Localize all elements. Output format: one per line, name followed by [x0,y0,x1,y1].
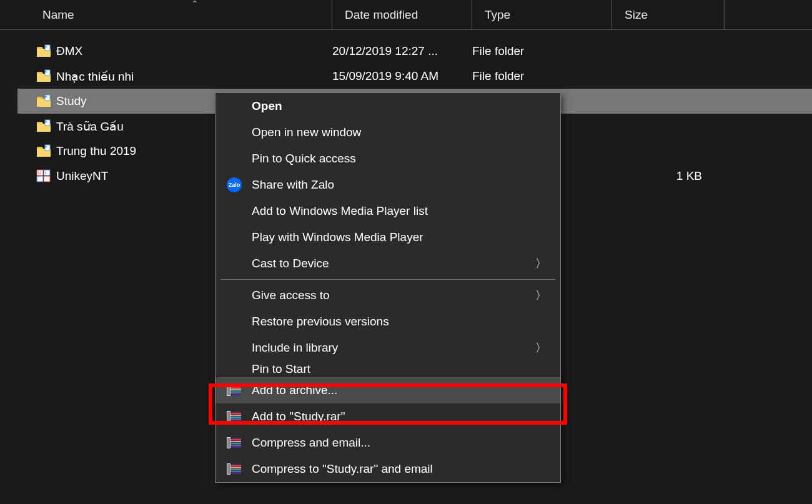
menu-add-to-study-rar[interactable]: Add to "Study.rar" [215,403,560,430]
menu-cast-to-device[interactable]: Cast to Device 〉 [215,250,560,277]
svg-text:U: U [38,170,41,175]
file-name: Nhạc thiếu nhi [56,69,134,84]
context-menu: Open Open in new window Pin to Quick acc… [215,92,561,483]
column-header-date-label: Date modified [345,8,418,22]
submenu-arrow-icon: 〉 [535,288,547,303]
svg-rect-12 [37,176,43,182]
menu-include-library[interactable]: Include in library 〉 [215,335,560,361]
menu-pin-start[interactable]: Pin to Start [215,361,560,377]
file-explorer: Name ⌃ Date modified Type Size ĐMX 20/12… [0,0,812,504]
menu-open-new-window[interactable]: Open in new window [215,119,560,146]
folder-icon [36,44,51,58]
svg-rect-24 [227,385,230,395]
menu-compress-email[interactable]: Compress and email... [215,430,560,456]
app-icon: U i [36,169,51,183]
column-header-name[interactable]: Name ⌃ [17,0,332,29]
menu-open[interactable]: Open [215,93,560,119]
file-row[interactable]: Nhạc thiếu nhi 15/09/2019 9:40 AM File f… [17,64,812,89]
column-header-size[interactable]: Size [612,0,725,29]
file-type: File folder [472,44,612,58]
file-name: Study [56,94,87,108]
file-type: File folder [472,69,612,83]
column-header-type[interactable]: Type [472,0,612,29]
svg-rect-31 [227,412,230,422]
column-header-date[interactable]: Date modified [332,0,472,29]
file-date: 20/12/2019 12:27 ... [332,44,472,58]
menu-share-zalo[interactable]: Zalo Share with Zalo [215,172,560,198]
menu-compress-study-email-label: Compress to "Study.rar" and email [252,462,433,476]
menu-pin-start-label: Pin to Start [252,362,310,376]
menu-pin-quick-access[interactable]: Pin to Quick access [215,146,560,172]
folder-icon [36,69,51,83]
winrar-icon [225,460,243,478]
submenu-arrow-icon: 〉 [535,340,547,355]
winrar-icon [225,382,243,399]
menu-add-to-archive[interactable]: Add to archive... [215,377,560,403]
winrar-icon [225,434,243,452]
menu-share-zalo-label: Share with Zalo [252,178,334,192]
menu-play-wmp[interactable]: Play with Windows Media Player [215,224,560,250]
menu-play-wmp-label: Play with Windows Media Player [252,230,423,244]
zalo-icon: Zalo [225,176,243,194]
file-size: 1 KB [612,169,725,183]
file-name: ĐMX [56,44,82,58]
svg-rect-13 [44,176,50,182]
folder-icon [36,119,51,133]
file-row[interactable]: ĐMX 20/12/2019 12:27 ... File folder [17,39,812,64]
menu-restore-label: Restore previous versions [252,315,389,329]
folder-icon [36,144,51,158]
file-name: UnikeyNT [56,169,108,183]
column-header-type-label: Type [485,8,510,22]
menu-add-archive-label: Add to archive... [252,383,337,397]
column-header-size-label: Size [625,8,648,22]
menu-pin-quick-label: Pin to Quick access [252,152,356,166]
svg-rect-38 [227,438,230,448]
menu-include-library-label: Include in library [252,341,338,355]
sort-caret-icon: ⌃ [191,0,199,9]
menu-separator [220,279,555,280]
menu-add-wmp-list[interactable]: Add to Windows Media Player list [215,198,560,224]
file-name: Trung thu 2019 [56,144,136,158]
menu-add-wmp-list-label: Add to Windows Media Player list [252,204,428,218]
column-header-name-label: Name [42,8,74,22]
folder-icon [36,94,51,108]
file-date: 15/09/2019 9:40 AM [332,69,472,83]
file-name: Trà sữa Gấu [56,119,124,134]
column-header-row: Name ⌃ Date modified Type Size [0,0,812,30]
menu-add-study-rar-label: Add to "Study.rar" [252,410,345,423]
menu-open-new-window-label: Open in new window [252,126,361,139]
winrar-icon [225,408,243,425]
menu-open-label: Open [252,99,282,113]
submenu-arrow-icon: 〉 [535,256,547,271]
menu-restore-previous[interactable]: Restore previous versions [215,309,560,335]
svg-rect-45 [227,464,230,474]
menu-compress-email-label: Compress and email... [252,436,370,450]
menu-give-access[interactable]: Give access to 〉 [215,282,560,309]
menu-cast-label: Cast to Device [252,257,329,270]
menu-compress-study-email[interactable]: Compress to "Study.rar" and email [215,456,560,482]
svg-text:Zalo: Zalo [229,182,240,188]
menu-give-access-label: Give access to [252,289,330,302]
